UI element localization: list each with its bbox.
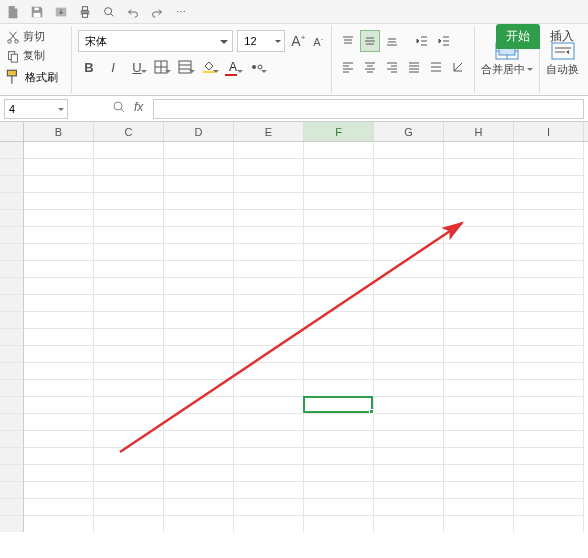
decrease-font-icon[interactable]: A- (311, 35, 325, 48)
cell[interactable] (234, 142, 304, 159)
cell[interactable] (304, 346, 374, 363)
cell[interactable] (94, 397, 164, 414)
cell[interactable] (94, 414, 164, 431)
cell[interactable] (514, 499, 584, 516)
cell[interactable] (164, 346, 234, 363)
cell[interactable] (24, 295, 94, 312)
fx-icon[interactable]: fx (134, 100, 143, 117)
cell[interactable] (304, 448, 374, 465)
row-header[interactable] (0, 397, 24, 414)
cell[interactable] (94, 142, 164, 159)
cell[interactable] (164, 397, 234, 414)
cell[interactable] (514, 397, 584, 414)
cell[interactable] (304, 499, 374, 516)
row-header[interactable] (0, 448, 24, 465)
cell[interactable] (374, 244, 444, 261)
row-header[interactable] (0, 346, 24, 363)
cell[interactable] (374, 176, 444, 193)
column-header-D[interactable]: D (164, 122, 234, 141)
cell[interactable] (164, 142, 234, 159)
row-header[interactable] (0, 363, 24, 380)
cell[interactable] (24, 431, 94, 448)
row-header[interactable] (0, 482, 24, 499)
cell[interactable] (24, 465, 94, 482)
cell[interactable] (444, 363, 514, 380)
decrease-indent-icon[interactable] (412, 30, 432, 52)
cell[interactable] (164, 448, 234, 465)
cell[interactable] (94, 159, 164, 176)
cell[interactable] (164, 431, 234, 448)
cell[interactable] (444, 346, 514, 363)
cell[interactable] (374, 482, 444, 499)
cell[interactable] (374, 159, 444, 176)
orientation-icon[interactable] (448, 56, 468, 78)
cell[interactable] (24, 482, 94, 499)
row-header[interactable] (0, 193, 24, 210)
cell[interactable] (234, 499, 304, 516)
cell[interactable] (304, 482, 374, 499)
cell[interactable] (94, 210, 164, 227)
select-all-corner[interactable] (0, 122, 24, 141)
redo-icon[interactable] (148, 3, 166, 21)
qat-more-icon[interactable]: ⋯ (172, 3, 190, 21)
cell[interactable] (164, 227, 234, 244)
cell[interactable] (374, 465, 444, 482)
cell[interactable] (444, 380, 514, 397)
cell[interactable] (94, 227, 164, 244)
save-icon[interactable] (28, 3, 46, 21)
cell[interactable] (304, 295, 374, 312)
cell[interactable] (164, 329, 234, 346)
cell[interactable] (24, 210, 94, 227)
cell[interactable] (304, 414, 374, 431)
cell[interactable] (374, 448, 444, 465)
cell[interactable] (374, 312, 444, 329)
column-header-C[interactable]: C (94, 122, 164, 141)
cell[interactable] (304, 465, 374, 482)
cell[interactable] (94, 329, 164, 346)
row-header[interactable] (0, 295, 24, 312)
name-box[interactable]: 4 (4, 99, 68, 119)
tab-start[interactable]: 开始 (496, 24, 540, 49)
cell[interactable] (514, 448, 584, 465)
cell[interactable] (514, 295, 584, 312)
cell[interactable] (304, 397, 374, 414)
cell[interactable] (514, 346, 584, 363)
cell[interactable] (94, 244, 164, 261)
row-header[interactable] (0, 142, 24, 159)
cell[interactable] (94, 346, 164, 363)
cell[interactable] (444, 329, 514, 346)
cell[interactable] (374, 499, 444, 516)
font-name-select[interactable]: 宋体 (78, 30, 233, 52)
align-top-icon[interactable] (338, 30, 358, 52)
cut-button[interactable]: 剪切 (4, 28, 67, 45)
cell[interactable] (514, 210, 584, 227)
cell[interactable] (514, 227, 584, 244)
cell[interactable] (234, 193, 304, 210)
cell[interactable] (514, 244, 584, 261)
print-preview-icon[interactable] (100, 3, 118, 21)
cell[interactable] (304, 380, 374, 397)
row-header[interactable] (0, 516, 24, 532)
cell[interactable] (444, 414, 514, 431)
cell[interactable] (444, 176, 514, 193)
effects-button[interactable] (246, 56, 268, 78)
cell[interactable] (444, 431, 514, 448)
cell[interactable] (24, 380, 94, 397)
cell[interactable] (94, 193, 164, 210)
row-header[interactable] (0, 227, 24, 244)
row-header[interactable] (0, 159, 24, 176)
cell[interactable] (24, 363, 94, 380)
print-icon[interactable] (76, 3, 94, 21)
cell[interactable] (24, 193, 94, 210)
cell[interactable] (374, 363, 444, 380)
cell[interactable] (234, 312, 304, 329)
cell[interactable] (514, 482, 584, 499)
border-button[interactable] (150, 56, 172, 78)
italic-button[interactable]: I (102, 56, 124, 78)
cell[interactable] (234, 482, 304, 499)
cell[interactable] (234, 227, 304, 244)
font-color-button[interactable]: A (222, 56, 244, 78)
cell[interactable] (234, 159, 304, 176)
cell[interactable] (304, 431, 374, 448)
cell[interactable] (234, 329, 304, 346)
